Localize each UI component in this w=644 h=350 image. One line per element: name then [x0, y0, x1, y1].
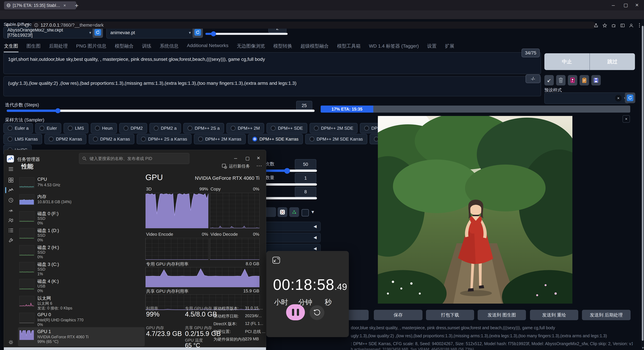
styles-dropdown[interactable]: × ▾	[544, 92, 629, 104]
tab-super-merger[interactable]: 超级模型融合	[300, 42, 329, 52]
url-field[interactable]: 127.0.0.1:7860/?__theme=dark	[31, 22, 596, 29]
steps-slider[interactable]	[7, 110, 314, 112]
tm-list-item-disk0[interactable]: 磁盘 0 (F:)	[38, 211, 58, 217]
save-button[interactable]: 保存	[374, 310, 422, 320]
new-tab-button[interactable]: +	[75, 2, 78, 9]
styles-refresh-button[interactable]	[625, 92, 635, 103]
sampler-option[interactable]: DPM++ 2M	[226, 123, 264, 133]
steps-value[interactable]: 25	[296, 101, 312, 110]
sampler-option[interactable]: LMS	[64, 123, 88, 133]
tm-list-item-disk1[interactable]: 磁盘 1 (D:)	[38, 228, 59, 234]
account-icon[interactable]	[629, 23, 634, 28]
skip-button[interactable]: 跳过	[590, 53, 635, 70]
tab-txt2img[interactable]: 文生图	[4, 42, 18, 52]
run-new-task-button[interactable]: 运行新任务	[222, 163, 250, 169]
close-preview-icon[interactable]: ×	[622, 115, 630, 123]
batch-count-value[interactable]: 50	[295, 159, 316, 170]
extra-networks-button[interactable]	[568, 75, 577, 85]
tab-pnginfo[interactable]: PNG 图片信息	[76, 42, 107, 52]
extensions-puzzle-icon[interactable]	[611, 23, 616, 28]
negative-prompt-textarea[interactable]: (ugly:1.3),(low quality:2) ,(low res),(b…	[3, 76, 541, 96]
tm-nav-services-icon[interactable]	[4, 236, 18, 245]
tm-settings-gear-icon[interactable]	[4, 338, 18, 347]
tm-maximize-icon[interactable]: ▢	[245, 156, 250, 161]
clear-styles-icon[interactable]: ×	[615, 95, 622, 101]
pause-button[interactable]	[286, 304, 305, 320]
tm-nav-details-icon[interactable]	[4, 226, 18, 235]
tab-image-browser[interactable]: 无边图像浏览	[236, 42, 265, 52]
steps-slider-handle[interactable]	[55, 108, 60, 113]
sampler-option-selected[interactable]: DPM++ SDE Karras	[248, 134, 303, 144]
zip-download-button[interactable]: 打包下载	[426, 310, 474, 320]
sampler-option[interactable]: DPM2	[119, 123, 147, 133]
share-icon[interactable]	[594, 23, 598, 28]
restore-prompt-button[interactable]: ↙	[544, 75, 554, 85]
tab-settings[interactable]: 设置	[427, 42, 437, 52]
clear-prompt-button[interactable]	[556, 75, 566, 85]
forward-icon[interactable]	[15, 23, 20, 27]
sampler-option[interactable]: Heun	[91, 123, 117, 133]
clip-skip-slider[interactable]	[206, 33, 288, 35]
sampler-option[interactable]: DPM++ 2S a	[183, 123, 224, 133]
save-style-button[interactable]	[591, 75, 601, 85]
search-input[interactable]	[89, 156, 177, 161]
send-to-inpaint-button[interactable]: 发送到 重绘	[530, 310, 578, 320]
interrupt-button[interactable]: 中止	[544, 53, 590, 70]
batch-count-slider-handle[interactable]	[284, 168, 290, 174]
sampler-option[interactable]: DPM++ 2M Karras	[194, 134, 246, 144]
sampler-option[interactable]: Euler a	[3, 123, 33, 133]
random-seed-button[interactable]	[278, 207, 287, 217]
tab-checkpoint-merger[interactable]: 模型融合	[114, 42, 134, 52]
tab-wd14-tagger[interactable]: WD 1.4 标签器 (Tagger)	[368, 42, 419, 52]
tm-list-item-disk4[interactable]: 磁盘 4 (K:)	[38, 278, 59, 284]
sampler-option[interactable]: DPM2 a Karras	[89, 134, 134, 144]
window-minimize-icon[interactable]: –	[612, 2, 615, 8]
stopwatch-widget[interactable]: 00:18:58.49 小时 分钟 秒	[266, 251, 349, 337]
site-info-icon[interactable]	[34, 23, 38, 27]
tm-list-item-memory[interactable]: 内存	[38, 194, 46, 200]
reset-button[interactable]	[310, 305, 324, 320]
tm-nav-startup-icon[interactable]	[4, 206, 18, 215]
apply-style-button[interactable]	[580, 75, 589, 85]
sampler-option[interactable]: LMS Karras	[3, 134, 42, 144]
task-manager-window[interactable]: 任务管理器 – ▢ × 性能 运行新任务 ... CPU 7% 4.53 GHz…	[4, 150, 266, 350]
tm-nav-performance-icon[interactable]	[4, 185, 18, 195]
task-manager-search[interactable]	[79, 153, 189, 164]
cfg-value[interactable]: 8	[295, 187, 316, 197]
window-maximize-icon[interactable]: ▢	[624, 2, 628, 8]
tm-list-item-cpu[interactable]: CPU	[38, 177, 47, 182]
sampler-option[interactable]: DPM2 a	[150, 123, 181, 133]
window-close-icon[interactable]: ×	[635, 2, 639, 8]
tab-train[interactable]: 训练	[142, 42, 152, 52]
tab-extras[interactable]: 后期处理	[49, 42, 68, 52]
sampler-option[interactable]: Euler	[35, 123, 61, 133]
send-to-extras-button[interactable]: 发送到 后期处理	[582, 310, 630, 320]
sampler-option[interactable]: DPM2 Karras	[44, 134, 86, 144]
scrollbar-thumb[interactable]	[642, 26, 644, 341]
extra-seed-checkbox[interactable]	[302, 209, 309, 216]
sidebar-icon[interactable]	[620, 23, 625, 28]
page-scrollbar[interactable]: ▼	[641, 19, 644, 350]
bookmark-star-icon[interactable]	[602, 23, 607, 28]
tm-list-item-disk3[interactable]: 磁盘 3 (C:)	[38, 261, 59, 267]
tm-minimize-icon[interactable]: –	[234, 155, 237, 161]
reload-icon[interactable]	[24, 23, 29, 28]
tm-more-icon[interactable]: ...	[256, 161, 262, 168]
seed-extra-caret-icon[interactable]: ▼	[310, 209, 315, 215]
tab-model-toolkit[interactable]: 模型工具箱	[337, 42, 361, 52]
compact-overlay-icon[interactable]	[272, 256, 280, 264]
tab-extensions[interactable]: 扩展	[444, 42, 455, 52]
tab-img2img[interactable]: 图生图	[26, 42, 41, 52]
tab-system-info[interactable]: 系统信息	[159, 42, 179, 52]
tm-close-icon[interactable]: ×	[257, 155, 260, 161]
batch-size-value[interactable]: 1	[295, 173, 316, 183]
tm-nav-app-history-icon[interactable]	[4, 196, 18, 205]
tm-list-item-gpu1[interactable]: GPU 1	[38, 329, 51, 334]
clip-skip-slider-handle[interactable]	[211, 31, 216, 36]
tm-list-item-ethernet[interactable]: 以太网	[38, 295, 51, 301]
tm-nav-menu-icon[interactable]	[4, 164, 18, 174]
tab-additional-networks[interactable]: Additional Networks	[186, 42, 228, 52]
sampler-option[interactable]: DPM++ 2S a Karras	[137, 134, 192, 144]
sampler-option[interactable]: DPM++ SDE	[266, 123, 307, 133]
tab-model-converter[interactable]: 模型转换	[273, 42, 292, 52]
